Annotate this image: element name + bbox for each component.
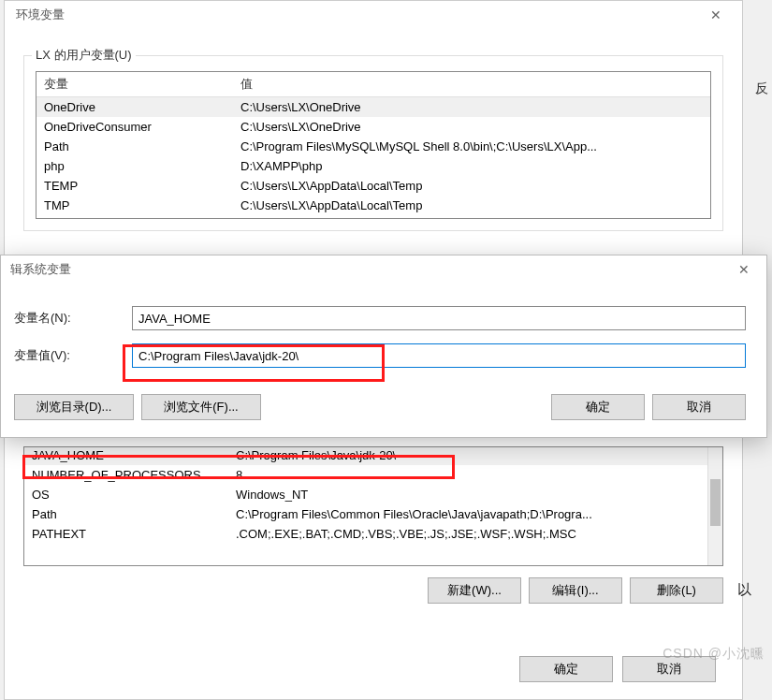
var-value-input[interactable]	[132, 343, 746, 368]
side-text: 反	[755, 80, 768, 97]
watermark: CSDN @小沈曛	[663, 646, 765, 663]
table-row[interactable]: NUMBER_OF_PROCESSORS8	[24, 465, 722, 485]
table-row[interactable]: OneDriveConsumerC:\Users\LX\OneDrive	[36, 117, 710, 137]
scroll-thumb[interactable]	[710, 479, 721, 526]
table-row[interactable]: OneDriveC:\Users\LX\OneDrive	[36, 97, 710, 118]
browse-dir-button[interactable]: 浏览目录(D)...	[14, 394, 134, 420]
edit-cancel-button[interactable]: 取消	[652, 394, 746, 420]
col-val[interactable]: 值	[233, 72, 710, 97]
edit-ok-button[interactable]: 确定	[551, 394, 645, 420]
edit-dialog-title: 辑系统变量	[10, 261, 71, 278]
col-var[interactable]: 变量	[36, 72, 233, 97]
var-name-label: 变量名(N):	[14, 310, 132, 327]
table-row[interactable]: TMPC:\Users\LX\AppData\Local\Temp	[36, 196, 710, 215]
table-row[interactable]: PATHEXT.COM;.EXE;.BAT;.CMD;.VBS;.VBE;.JS…	[24, 524, 722, 544]
user-vars-label: LX 的用户变量(U)	[32, 47, 136, 64]
env-vars-titlebar: 环境变量 ✕	[5, 1, 742, 29]
table-row[interactable]: TEMPC:\Users\LX\AppData\Local\Temp	[36, 176, 710, 196]
user-vars-table[interactable]: 变量 值 OneDriveC:\Users\LX\OneDrive OneDri…	[36, 72, 710, 215]
var-value-label: 变量值(V):	[14, 347, 132, 364]
user-vars-group: LX 的用户变量(U) 变量 值 OneDriveC:\Users\LX\One…	[23, 55, 723, 231]
var-name-input[interactable]	[132, 306, 746, 330]
table-row[interactable]: phpD:\XAMPP\php	[36, 156, 710, 176]
sys-vars-table-wrap: JAVA_HOMEC:\Program Files\Java\jdk-20\ N…	[23, 446, 723, 566]
env-vars-title: 环境变量	[16, 7, 65, 23]
table-row[interactable]: PathC:\Program Files\MySQL\MySQL Shell 8…	[36, 137, 710, 156]
table-row[interactable]: JAVA_HOMEC:\Program Files\Java\jdk-20\	[24, 446, 722, 465]
ok-button[interactable]: 确定	[519, 656, 613, 682]
close-icon[interactable]: ✕	[725, 256, 763, 283]
close-icon[interactable]: ✕	[697, 2, 735, 28]
yi-text: 以	[737, 581, 751, 599]
browse-file-button[interactable]: 浏览文件(F)...	[141, 394, 261, 420]
edit-sysvar-dialog: 辑系统变量 ✕ 变量名(N): 变量值(V): 浏览目录(D)... 浏览文件(…	[0, 255, 767, 438]
table-row[interactable]: PathC:\Program Files\Common Files\Oracle…	[24, 504, 722, 524]
edit-dialog-titlebar: 辑系统变量 ✕	[1, 255, 766, 284]
sys-vars-table[interactable]: JAVA_HOMEC:\Program Files\Java\jdk-20\ N…	[24, 446, 722, 544]
table-row[interactable]: OSWindows_NT	[24, 485, 722, 504]
sys-vars-scrollbar[interactable]	[707, 447, 722, 565]
edit-sysvar-button[interactable]: 编辑(I)...	[529, 577, 622, 604]
delete-sysvar-button[interactable]: 删除(L)	[630, 577, 723, 604]
user-vars-table-wrap: 变量 值 OneDriveC:\Users\LX\OneDrive OneDri…	[36, 71, 711, 219]
new-sysvar-button[interactable]: 新建(W)...	[428, 577, 521, 604]
